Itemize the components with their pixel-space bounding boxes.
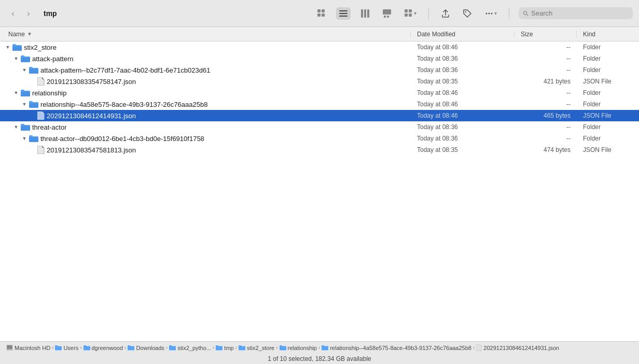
column-kind-header[interactable]: Kind <box>577 31 639 38</box>
cell-size: -- <box>515 101 577 108</box>
empty-row <box>0 190 639 201</box>
breadcrumb-item[interactable]: Macintosh HD <box>6 345 50 351</box>
cell-date: Today at 08:35 <box>411 78 515 85</box>
folder-icon <box>128 345 134 351</box>
cell-size: -- <box>515 135 577 142</box>
folder-icon <box>84 345 90 351</box>
breadcrumb-item[interactable]: relationship--4a58e575-8ace-49b3-9137-26… <box>322 345 471 351</box>
breadcrumb-item[interactable]: relationship <box>280 345 317 351</box>
column-name-header[interactable]: Name ▼ <box>0 31 411 38</box>
svg-point-17 <box>465 11 466 12</box>
folder-icon <box>21 123 30 131</box>
item-label: attack-pattern <box>32 55 74 63</box>
empty-row <box>0 270 639 281</box>
cell-size: 465 bytes <box>515 112 577 119</box>
breadcrumb-item[interactable]: stix2_store <box>239 345 274 351</box>
file-icon <box>37 146 45 154</box>
disclosure-triangle[interactable] <box>21 101 28 108</box>
tag-button[interactable] <box>460 7 475 20</box>
breadcrumb-item[interactable]: stix2_pytho... <box>169 345 211 351</box>
item-label: 20191213083354758147.json <box>47 78 136 86</box>
view-icons-button[interactable] <box>314 7 329 20</box>
breadcrumb-label: Macintosh HD <box>15 345 50 351</box>
cell-size: 474 bytes <box>515 146 577 153</box>
more-button[interactable]: ▾ <box>482 7 499 20</box>
svg-rect-15 <box>405 13 408 17</box>
disclosure-triangle[interactable] <box>21 66 28 74</box>
folder-icon <box>21 89 30 96</box>
file-list: stix2_store Today at 08:46 -- Folder att… <box>0 41 639 341</box>
view-columns-button[interactable] <box>358 7 372 20</box>
column-date-header[interactable]: Date Modified <box>411 31 515 38</box>
svg-rect-9 <box>367 9 369 18</box>
disclosure-triangle[interactable] <box>12 123 20 131</box>
cell-kind: Folder <box>577 55 639 62</box>
empty-row <box>0 213 639 224</box>
cell-date: Today at 08:35 <box>411 146 515 153</box>
empty-row <box>0 167 639 178</box>
breadcrumb-item[interactable]: Downloads <box>128 345 164 351</box>
svg-rect-22 <box>7 345 12 349</box>
cell-name: stix2_store <box>0 44 411 51</box>
breadcrumb-item[interactable]: 20291213084612414931.json <box>476 344 559 351</box>
breadcrumb-label: tmp <box>224 345 233 351</box>
computer-icon <box>6 345 13 351</box>
more-icon <box>484 9 494 18</box>
breadcrumb-item[interactable]: tmp <box>216 345 233 351</box>
column-size-header[interactable]: Size <box>515 31 577 38</box>
column-headers: Name ▼ Date Modified Size Kind <box>0 27 639 41</box>
breadcrumb-label: 20291213084612414931.json <box>483 345 559 351</box>
status-bar: Macintosh HD›Users›dgreenwood›Downloads›… <box>0 341 639 364</box>
separator-1 <box>428 8 429 19</box>
view-list-button[interactable] <box>336 7 351 20</box>
table-row[interactable]: attack-pattern Today at 08:36 -- Folder <box>0 53 639 64</box>
cell-date: Today at 08:36 <box>411 123 515 131</box>
search-icon <box>523 10 529 17</box>
view-extra-button[interactable]: ▾ <box>401 7 419 20</box>
breadcrumb-label: Downloads <box>136 345 164 351</box>
table-row[interactable]: 20291213084612414931.json Today at 08:46… <box>0 110 639 121</box>
share-button[interactable] <box>438 7 453 20</box>
view-icons-icon <box>317 9 326 18</box>
view-gallery-icon <box>382 9 392 18</box>
table-row[interactable]: threat-actor Today at 08:36 -- Folder <box>0 121 639 133</box>
table-row[interactable]: 20191213083547581813.json Today at 08:35… <box>0 144 639 156</box>
svg-rect-4 <box>339 10 348 11</box>
disclosure-triangle[interactable] <box>21 135 28 142</box>
cell-size: -- <box>515 55 577 62</box>
folder-icon <box>239 345 245 351</box>
svg-rect-8 <box>364 9 366 18</box>
folder-icon <box>55 345 62 351</box>
svg-rect-0 <box>317 9 321 12</box>
search-input[interactable] <box>531 9 629 17</box>
forward-button[interactable]: › <box>22 7 35 20</box>
disclosure-triangle[interactable] <box>4 44 11 51</box>
breadcrumb-separator: › <box>235 345 237 351</box>
table-row[interactable]: stix2_store Today at 08:46 -- Folder <box>0 41 639 53</box>
file-icon <box>37 77 45 86</box>
cell-kind: JSON File <box>577 78 639 85</box>
item-label: threat-actor <box>32 123 66 131</box>
back-button[interactable]: ‹ <box>6 7 20 20</box>
breadcrumb-separator: › <box>213 345 214 351</box>
tag-icon <box>463 9 472 18</box>
table-row[interactable]: relationship--4a58e575-8ace-49b3-9137-26… <box>0 99 639 110</box>
cell-date: Today at 08:46 <box>411 44 515 51</box>
empty-row <box>0 224 639 235</box>
table-row[interactable]: threat-actor--db09d012-6be1-4cb3-bd0e-15… <box>0 133 639 144</box>
table-row[interactable]: 20191213083354758147.json Today at 08:35… <box>0 76 639 87</box>
breadcrumb-label: stix2_store <box>247 345 274 351</box>
more-chevron: ▾ <box>494 10 497 16</box>
disclosure-triangle[interactable] <box>12 89 20 96</box>
breadcrumb-item[interactable]: dgreenwood <box>84 345 123 351</box>
empty-row <box>0 292 639 304</box>
cell-date: Today at 08:36 <box>411 135 515 142</box>
breadcrumb-item[interactable]: Users <box>55 345 78 351</box>
cell-kind: Folder <box>577 135 639 142</box>
table-row[interactable]: attack-pattern--b2c77df1-7aac-4b02-bdf1-… <box>0 64 639 76</box>
empty-row <box>0 258 639 270</box>
empty-row <box>0 281 639 292</box>
view-gallery-button[interactable] <box>380 7 394 20</box>
table-row[interactable]: relationship Today at 08:46 -- Folder <box>0 87 639 99</box>
disclosure-triangle[interactable] <box>12 55 20 62</box>
